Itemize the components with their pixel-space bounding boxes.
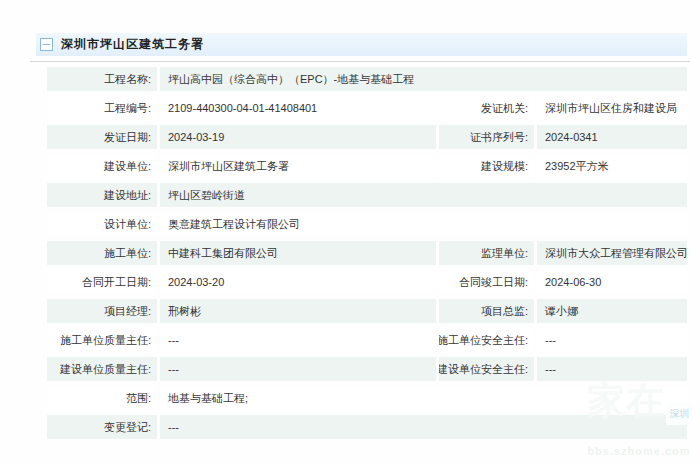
field-value: --- <box>537 328 687 352</box>
table-row: 工程名称: 坪山高中园（综合高中）（EPC）-地基与基础工程 <box>47 67 687 91</box>
field-label: 范围: <box>47 386 157 410</box>
field-value: 23952平方米 <box>537 154 687 178</box>
table-row: 发证日期: 2024-03-19 证书序列号: 2024-0341 <box>47 125 687 149</box>
page-title: 深圳市坪山区建筑工务署 <box>61 36 204 53</box>
field-label: 发证机关: <box>439 96 534 120</box>
field-value: 谭小娜 <box>537 299 687 323</box>
field-label: 建设规模: <box>439 154 534 178</box>
field-label: 项目总监: <box>439 299 534 323</box>
field-label: 发证日期: <box>47 125 157 149</box>
field-value: 中建科工集团有限公司 <box>160 241 436 265</box>
field-value: 坪山区碧岭街道 <box>160 183 687 207</box>
field-label: 证书序列号: <box>439 125 534 149</box>
field-value: --- <box>160 415 687 439</box>
section-header: 深圳市坪山区建筑工务署 <box>36 33 687 56</box>
field-value: 邢树彬 <box>160 299 436 323</box>
table-row: 建设单位: 深圳市坪山区建筑工务署 建设规模: 23952平方米 <box>47 154 687 178</box>
field-label: 施工单位安全主任: <box>439 328 534 352</box>
project-info-page: 深圳市坪山区建筑工务署 工程名称: 坪山高中园（综合高中）（EPC）-地基与基础… <box>0 0 700 465</box>
field-value: --- <box>160 357 436 381</box>
field-label: 变更登记: <box>47 415 157 439</box>
field-value: 2024-03-19 <box>160 125 436 149</box>
table-row: 设计单位: 奥意建筑工程设计有限公司 <box>47 212 687 236</box>
table-row: 合同开工日期: 2024-03-20 合同竣工日期: 2024-06-30 <box>47 270 687 294</box>
field-label: 建设单位质量主任: <box>47 357 157 381</box>
field-label: 施工单位质量主任: <box>47 328 157 352</box>
table-row: 建设地址: 坪山区碧岭街道 <box>47 183 687 207</box>
field-label: 建设单位安全主任: <box>439 357 534 381</box>
field-label: 项目经理: <box>47 299 157 323</box>
field-value: --- <box>160 328 436 352</box>
field-value: 2024-06-30 <box>537 270 687 294</box>
field-value: 深圳市坪山区建筑工务署 <box>160 154 436 178</box>
field-label: 监理单位: <box>439 241 534 265</box>
field-value: 坪山高中园（综合高中）（EPC）-地基与基础工程 <box>160 67 687 91</box>
table-row: 施工单位质量主任: --- 施工单位安全主任: --- <box>47 328 687 352</box>
field-label: 工程编号: <box>47 96 157 120</box>
table-row: 项目经理: 邢树彬 项目总监: 谭小娜 <box>47 299 687 323</box>
field-label: 建设单位: <box>47 154 157 178</box>
watermark-url: bbs.szhome.com <box>585 445 693 457</box>
field-value: 深圳市坪山区住房和建设局 <box>537 96 687 120</box>
field-value: 奥意建筑工程设计有限公司 <box>160 212 687 236</box>
field-value: 地基与基础工程; <box>160 386 687 410</box>
collapse-box-icon[interactable] <box>40 38 53 51</box>
field-value: 深圳市大众工程管理有限公司 <box>537 241 687 265</box>
header-divider <box>30 61 690 62</box>
table-row: 建设单位质量主任: --- 建设单位安全主任: --- <box>47 357 687 381</box>
table-row: 工程编号: 2109-440300-04-01-41408401 发证机关: 深… <box>47 96 687 120</box>
field-value: 2024-0341 <box>537 125 687 149</box>
field-label: 工程名称: <box>47 67 157 91</box>
field-label: 合同竣工日期: <box>439 270 534 294</box>
field-label: 合同开工日期: <box>47 270 157 294</box>
field-label: 施工单位: <box>47 241 157 265</box>
field-label: 设计单位: <box>47 212 157 236</box>
table-row: 施工单位: 中建科工集团有限公司 监理单位: 深圳市大众工程管理有限公司 <box>47 241 687 265</box>
table-row: 变更登记: --- <box>47 415 687 439</box>
field-value: --- <box>537 357 687 381</box>
field-value: 2024-03-20 <box>160 270 436 294</box>
project-info-table: 工程名称: 坪山高中园（综合高中）（EPC）-地基与基础工程 工程编号: 210… <box>47 67 687 444</box>
field-value: 2109-440300-04-01-41408401 <box>160 96 436 120</box>
table-row: 范围: 地基与基础工程; <box>47 386 687 410</box>
field-label: 建设地址: <box>47 183 157 207</box>
